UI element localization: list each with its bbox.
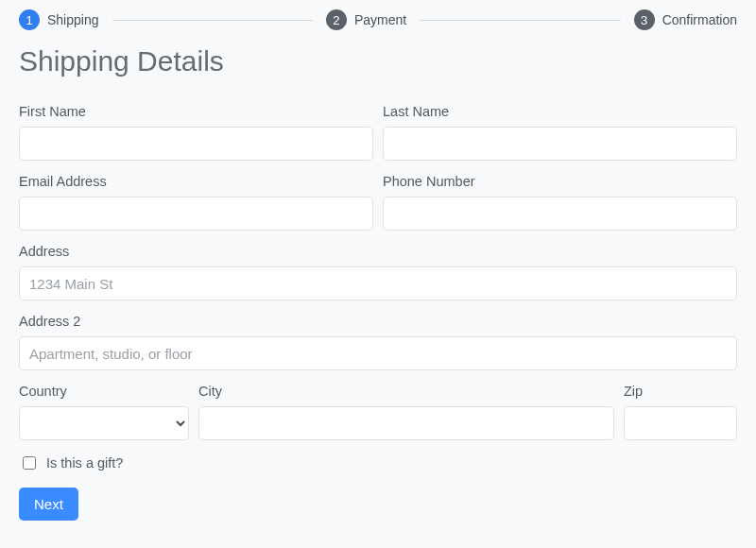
step-divider bbox=[420, 20, 620, 21]
step-shipping[interactable]: 1 Shipping bbox=[19, 9, 99, 30]
gift-label[interactable]: Is this a gift? bbox=[46, 455, 123, 471]
zip-label: Zip bbox=[624, 384, 737, 399]
step-divider bbox=[112, 20, 313, 21]
city-label: City bbox=[198, 384, 614, 399]
step-label: Payment bbox=[354, 12, 406, 27]
first-name-label: First Name bbox=[19, 104, 373, 119]
country-label: Country bbox=[19, 384, 189, 399]
step-label: Confirmation bbox=[662, 12, 737, 27]
step-payment[interactable]: 2 Payment bbox=[326, 9, 406, 30]
city-input[interactable] bbox=[198, 406, 614, 440]
step-label: Shipping bbox=[47, 12, 99, 27]
next-button[interactable]: Next bbox=[19, 488, 78, 521]
phone-label: Phone Number bbox=[383, 174, 737, 189]
last-name-input[interactable] bbox=[383, 127, 737, 161]
zip-input[interactable] bbox=[624, 406, 737, 440]
address2-label: Address 2 bbox=[19, 314, 737, 329]
page-title: Shipping Details bbox=[19, 45, 737, 77]
phone-input[interactable] bbox=[383, 197, 737, 231]
address2-input[interactable] bbox=[19, 336, 737, 370]
address-label: Address bbox=[19, 244, 737, 259]
email-input[interactable] bbox=[19, 197, 373, 231]
step-number: 3 bbox=[634, 9, 655, 30]
country-select[interactable] bbox=[19, 406, 189, 440]
last-name-label: Last Name bbox=[383, 104, 737, 119]
step-confirmation[interactable]: 3 Confirmation bbox=[634, 9, 737, 30]
step-number: 2 bbox=[326, 9, 347, 30]
first-name-input[interactable] bbox=[19, 127, 373, 161]
gift-checkbox[interactable] bbox=[23, 456, 36, 470]
address-input[interactable] bbox=[19, 266, 737, 300]
email-label: Email Address bbox=[19, 174, 373, 189]
stepper: 1 Shipping 2 Payment 3 Confirmation bbox=[19, 9, 737, 30]
step-number: 1 bbox=[19, 9, 40, 30]
